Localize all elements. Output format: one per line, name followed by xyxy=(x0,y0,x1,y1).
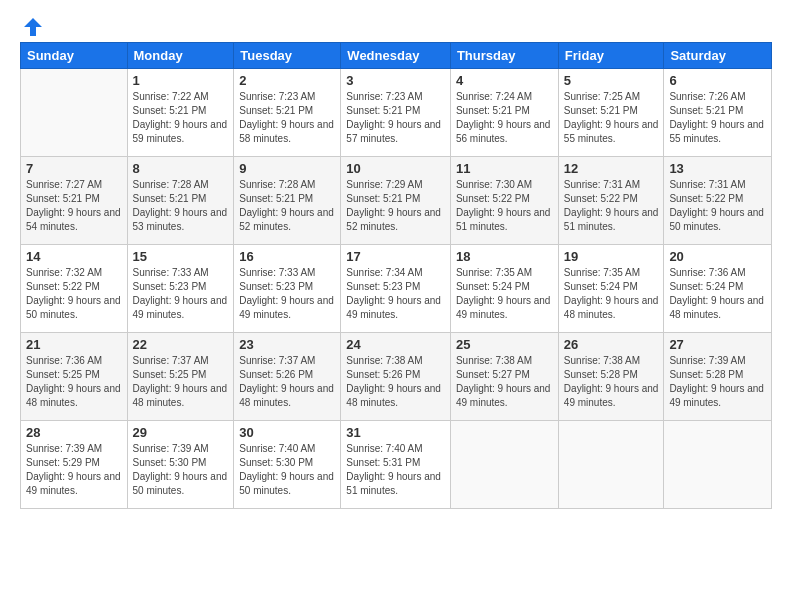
calendar-cell: 12Sunrise: 7:31 AMSunset: 5:22 PMDayligh… xyxy=(558,157,664,245)
day-number: 28 xyxy=(26,425,122,440)
logo xyxy=(20,16,44,32)
day-info: Sunrise: 7:33 AMSunset: 5:23 PMDaylight:… xyxy=(239,266,335,322)
column-header-thursday: Thursday xyxy=(450,43,558,69)
calendar-cell: 4Sunrise: 7:24 AMSunset: 5:21 PMDaylight… xyxy=(450,69,558,157)
day-number: 14 xyxy=(26,249,122,264)
calendar-cell: 23Sunrise: 7:37 AMSunset: 5:26 PMDayligh… xyxy=(234,333,341,421)
header xyxy=(20,16,772,32)
calendar-table: SundayMondayTuesdayWednesdayThursdayFrid… xyxy=(20,42,772,509)
calendar-cell: 1Sunrise: 7:22 AMSunset: 5:21 PMDaylight… xyxy=(127,69,234,157)
day-number: 13 xyxy=(669,161,766,176)
calendar-cell xyxy=(558,421,664,509)
day-number: 8 xyxy=(133,161,229,176)
calendar-cell: 15Sunrise: 7:33 AMSunset: 5:23 PMDayligh… xyxy=(127,245,234,333)
day-info: Sunrise: 7:33 AMSunset: 5:23 PMDaylight:… xyxy=(133,266,229,322)
calendar-cell: 13Sunrise: 7:31 AMSunset: 5:22 PMDayligh… xyxy=(664,157,772,245)
day-info: Sunrise: 7:31 AMSunset: 5:22 PMDaylight:… xyxy=(669,178,766,234)
day-info: Sunrise: 7:37 AMSunset: 5:25 PMDaylight:… xyxy=(133,354,229,410)
day-info: Sunrise: 7:24 AMSunset: 5:21 PMDaylight:… xyxy=(456,90,553,146)
day-info: Sunrise: 7:38 AMSunset: 5:27 PMDaylight:… xyxy=(456,354,553,410)
day-info: Sunrise: 7:26 AMSunset: 5:21 PMDaylight:… xyxy=(669,90,766,146)
day-info: Sunrise: 7:22 AMSunset: 5:21 PMDaylight:… xyxy=(133,90,229,146)
day-info: Sunrise: 7:36 AMSunset: 5:25 PMDaylight:… xyxy=(26,354,122,410)
calendar-cell: 22Sunrise: 7:37 AMSunset: 5:25 PMDayligh… xyxy=(127,333,234,421)
day-info: Sunrise: 7:32 AMSunset: 5:22 PMDaylight:… xyxy=(26,266,122,322)
day-number: 22 xyxy=(133,337,229,352)
day-number: 3 xyxy=(346,73,445,88)
day-number: 2 xyxy=(239,73,335,88)
calendar-cell: 27Sunrise: 7:39 AMSunset: 5:28 PMDayligh… xyxy=(664,333,772,421)
day-number: 10 xyxy=(346,161,445,176)
column-header-saturday: Saturday xyxy=(664,43,772,69)
day-number: 7 xyxy=(26,161,122,176)
day-number: 25 xyxy=(456,337,553,352)
day-number: 31 xyxy=(346,425,445,440)
calendar-cell: 11Sunrise: 7:30 AMSunset: 5:22 PMDayligh… xyxy=(450,157,558,245)
day-info: Sunrise: 7:23 AMSunset: 5:21 PMDaylight:… xyxy=(346,90,445,146)
column-header-friday: Friday xyxy=(558,43,664,69)
day-info: Sunrise: 7:39 AMSunset: 5:29 PMDaylight:… xyxy=(26,442,122,498)
day-info: Sunrise: 7:40 AMSunset: 5:31 PMDaylight:… xyxy=(346,442,445,498)
calendar-week-row: 14Sunrise: 7:32 AMSunset: 5:22 PMDayligh… xyxy=(21,245,772,333)
calendar-cell: 19Sunrise: 7:35 AMSunset: 5:24 PMDayligh… xyxy=(558,245,664,333)
column-header-wednesday: Wednesday xyxy=(341,43,451,69)
calendar-week-row: 28Sunrise: 7:39 AMSunset: 5:29 PMDayligh… xyxy=(21,421,772,509)
calendar-cell: 31Sunrise: 7:40 AMSunset: 5:31 PMDayligh… xyxy=(341,421,451,509)
day-number: 26 xyxy=(564,337,659,352)
day-info: Sunrise: 7:38 AMSunset: 5:26 PMDaylight:… xyxy=(346,354,445,410)
calendar-cell: 2Sunrise: 7:23 AMSunset: 5:21 PMDaylight… xyxy=(234,69,341,157)
day-info: Sunrise: 7:30 AMSunset: 5:22 PMDaylight:… xyxy=(456,178,553,234)
day-number: 29 xyxy=(133,425,229,440)
calendar-cell: 18Sunrise: 7:35 AMSunset: 5:24 PMDayligh… xyxy=(450,245,558,333)
day-number: 23 xyxy=(239,337,335,352)
column-header-monday: Monday xyxy=(127,43,234,69)
svg-marker-0 xyxy=(24,18,42,36)
day-number: 1 xyxy=(133,73,229,88)
calendar-cell: 28Sunrise: 7:39 AMSunset: 5:29 PMDayligh… xyxy=(21,421,128,509)
day-info: Sunrise: 7:39 AMSunset: 5:30 PMDaylight:… xyxy=(133,442,229,498)
calendar-week-row: 21Sunrise: 7:36 AMSunset: 5:25 PMDayligh… xyxy=(21,333,772,421)
day-info: Sunrise: 7:38 AMSunset: 5:28 PMDaylight:… xyxy=(564,354,659,410)
calendar-cell: 30Sunrise: 7:40 AMSunset: 5:30 PMDayligh… xyxy=(234,421,341,509)
calendar-cell: 29Sunrise: 7:39 AMSunset: 5:30 PMDayligh… xyxy=(127,421,234,509)
day-number: 9 xyxy=(239,161,335,176)
calendar-cell: 7Sunrise: 7:27 AMSunset: 5:21 PMDaylight… xyxy=(21,157,128,245)
day-number: 4 xyxy=(456,73,553,88)
calendar-cell: 24Sunrise: 7:38 AMSunset: 5:26 PMDayligh… xyxy=(341,333,451,421)
day-number: 15 xyxy=(133,249,229,264)
day-number: 16 xyxy=(239,249,335,264)
calendar-cell: 21Sunrise: 7:36 AMSunset: 5:25 PMDayligh… xyxy=(21,333,128,421)
day-number: 6 xyxy=(669,73,766,88)
day-info: Sunrise: 7:37 AMSunset: 5:26 PMDaylight:… xyxy=(239,354,335,410)
column-header-sunday: Sunday xyxy=(21,43,128,69)
calendar-header-row: SundayMondayTuesdayWednesdayThursdayFrid… xyxy=(21,43,772,69)
calendar-cell: 8Sunrise: 7:28 AMSunset: 5:21 PMDaylight… xyxy=(127,157,234,245)
day-info: Sunrise: 7:28 AMSunset: 5:21 PMDaylight:… xyxy=(133,178,229,234)
calendar-week-row: 1Sunrise: 7:22 AMSunset: 5:21 PMDaylight… xyxy=(21,69,772,157)
day-info: Sunrise: 7:36 AMSunset: 5:24 PMDaylight:… xyxy=(669,266,766,322)
calendar-cell: 20Sunrise: 7:36 AMSunset: 5:24 PMDayligh… xyxy=(664,245,772,333)
logo-icon xyxy=(22,16,44,38)
calendar-cell: 25Sunrise: 7:38 AMSunset: 5:27 PMDayligh… xyxy=(450,333,558,421)
day-info: Sunrise: 7:39 AMSunset: 5:28 PMDaylight:… xyxy=(669,354,766,410)
day-info: Sunrise: 7:25 AMSunset: 5:21 PMDaylight:… xyxy=(564,90,659,146)
day-number: 18 xyxy=(456,249,553,264)
day-number: 11 xyxy=(456,161,553,176)
calendar-cell: 3Sunrise: 7:23 AMSunset: 5:21 PMDaylight… xyxy=(341,69,451,157)
calendar-cell: 26Sunrise: 7:38 AMSunset: 5:28 PMDayligh… xyxy=(558,333,664,421)
day-info: Sunrise: 7:34 AMSunset: 5:23 PMDaylight:… xyxy=(346,266,445,322)
calendar-cell: 17Sunrise: 7:34 AMSunset: 5:23 PMDayligh… xyxy=(341,245,451,333)
day-number: 27 xyxy=(669,337,766,352)
page-container: SundayMondayTuesdayWednesdayThursdayFrid… xyxy=(0,0,792,519)
calendar-cell xyxy=(450,421,558,509)
day-number: 19 xyxy=(564,249,659,264)
calendar-cell: 6Sunrise: 7:26 AMSunset: 5:21 PMDaylight… xyxy=(664,69,772,157)
day-info: Sunrise: 7:35 AMSunset: 5:24 PMDaylight:… xyxy=(564,266,659,322)
day-number: 20 xyxy=(669,249,766,264)
day-info: Sunrise: 7:31 AMSunset: 5:22 PMDaylight:… xyxy=(564,178,659,234)
day-info: Sunrise: 7:23 AMSunset: 5:21 PMDaylight:… xyxy=(239,90,335,146)
day-number: 12 xyxy=(564,161,659,176)
day-info: Sunrise: 7:27 AMSunset: 5:21 PMDaylight:… xyxy=(26,178,122,234)
day-info: Sunrise: 7:35 AMSunset: 5:24 PMDaylight:… xyxy=(456,266,553,322)
calendar-cell xyxy=(664,421,772,509)
